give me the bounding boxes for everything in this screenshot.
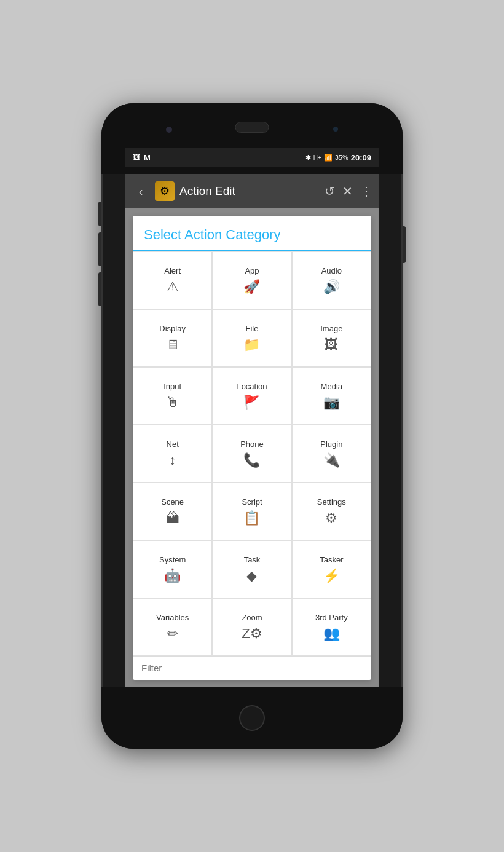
category-icon-image: 🖼 (325, 337, 338, 353)
category-label: 3rd Party (315, 613, 348, 622)
category-label: Phone (240, 440, 264, 449)
category-label: Task (244, 555, 261, 564)
filter-bar (133, 656, 371, 680)
category-label: File (246, 324, 259, 333)
app-bar-actions: ↺ ✕ ⋮ (325, 184, 372, 199)
category-label: Variables (156, 613, 189, 622)
category-icon-scene: 🏔 (166, 510, 179, 526)
category-label: Location (237, 382, 267, 391)
category-label: Tasker (320, 555, 343, 564)
category-label: Net (167, 440, 179, 449)
earpiece-speaker (235, 122, 269, 133)
phone-frame: 🖼 M ✱ H+ 📶 35% 20:09 ‹ ⚙ Action Edit ↺ ✕… (101, 103, 403, 749)
category-icon-plugin: 🔌 (323, 452, 340, 468)
category-item-script[interactable]: Script📋 (212, 483, 291, 540)
category-item-zoom[interactable]: ZoomZ⚙ (212, 598, 291, 656)
category-item-input[interactable]: Input🖱 (133, 367, 212, 425)
category-item-image[interactable]: Image🖼 (292, 309, 371, 367)
dialog-card: Select Action Category Alert⚠App🚀Audio🔊D… (133, 216, 371, 680)
category-icon-app: 🚀 (243, 279, 260, 295)
category-icon-tasker: ⚡ (323, 568, 340, 584)
category-item-phone[interactable]: Phone📞 (212, 425, 291, 483)
category-label: App (245, 266, 259, 275)
category-icon-3rd-party: 👥 (323, 626, 340, 642)
category-icon-location: 🚩 (243, 395, 260, 411)
front-sensor (333, 127, 338, 132)
category-label: Display (159, 324, 186, 333)
category-item-media[interactable]: Media📷 (292, 367, 371, 425)
category-icon-settings: ⚙ (325, 510, 337, 526)
category-item-audio[interactable]: Audio🔊 (292, 251, 371, 309)
category-grid: Alert⚠App🚀Audio🔊Display🖥File📁Image🖼Input… (133, 251, 371, 656)
phone-screen: 🖼 M ✱ H+ 📶 35% 20:09 ‹ ⚙ Action Edit ↺ ✕… (125, 174, 379, 687)
category-label: Image (320, 324, 342, 333)
category-item-display[interactable]: Display🖥 (133, 309, 212, 367)
category-icon-phone: 📞 (243, 452, 260, 468)
category-label: Scene (161, 497, 184, 507)
category-item-system[interactable]: System🤖 (133, 540, 212, 598)
category-icon-display: 🖥 (166, 337, 179, 353)
category-item-settings[interactable]: Settings⚙ (292, 483, 371, 540)
category-item-variables[interactable]: Variables✏ (133, 598, 212, 656)
category-label: Zoom (242, 613, 262, 622)
category-icon-variables: ✏ (167, 626, 178, 642)
category-item-app[interactable]: App🚀 (212, 251, 291, 309)
refresh-button[interactable]: ↺ (325, 184, 335, 199)
volume-silent-button[interactable] (98, 202, 101, 226)
category-label: Input (163, 382, 181, 391)
category-item-task[interactable]: Task◆ (212, 540, 291, 598)
power-button[interactable] (403, 226, 406, 263)
back-button[interactable]: ‹ (132, 182, 150, 200)
category-label: Settings (317, 497, 346, 507)
category-item-file[interactable]: File📁 (212, 309, 291, 367)
category-icon-net: ↕ (169, 452, 176, 468)
category-label: Audio (321, 266, 342, 275)
category-label: Alert (164, 266, 181, 275)
volume-down-button[interactable] (98, 272, 101, 306)
front-camera (166, 127, 172, 133)
category-icon-audio: 🔊 (323, 279, 340, 295)
dialog-title: Select Action Category (133, 216, 371, 251)
category-label: Script (242, 497, 262, 507)
category-item-alert[interactable]: Alert⚠ (133, 251, 212, 309)
home-button[interactable] (239, 705, 265, 731)
filter-input[interactable] (141, 663, 363, 673)
volume-up-button[interactable] (98, 232, 101, 266)
category-item-plugin[interactable]: Plugin🔌 (292, 425, 371, 483)
category-icon-zoom: Z⚙ (242, 626, 262, 642)
category-item-3rd-party[interactable]: 3rd Party👥 (292, 598, 371, 656)
close-button[interactable]: ✕ (342, 184, 353, 199)
category-item-location[interactable]: Location🚩 (212, 367, 291, 425)
category-item-net[interactable]: Net↕ (133, 425, 212, 483)
category-icon-alert: ⚠ (167, 279, 179, 295)
category-icon-input: 🖱 (166, 395, 179, 411)
bottom-bezel (101, 687, 403, 749)
menu-button[interactable]: ⋮ (360, 184, 372, 199)
category-icon-script: 📋 (243, 510, 260, 526)
category-icon-file: 📁 (243, 337, 260, 353)
category-icon-media: 📷 (323, 395, 340, 411)
app-bar: ‹ ⚙ Action Edit ↺ ✕ ⋮ (125, 174, 379, 208)
app-logo-icon: ⚙ (155, 181, 175, 201)
category-item-scene[interactable]: Scene🏔 (133, 483, 212, 540)
category-icon-task: ◆ (246, 568, 257, 584)
category-item-tasker[interactable]: Tasker⚡ (292, 540, 371, 598)
category-label: System (159, 555, 186, 564)
category-label: Plugin (320, 440, 342, 449)
app-bar-title: Action Edit (179, 184, 320, 198)
category-label: Media (321, 382, 342, 391)
category-icon-system: 🤖 (164, 568, 181, 584)
